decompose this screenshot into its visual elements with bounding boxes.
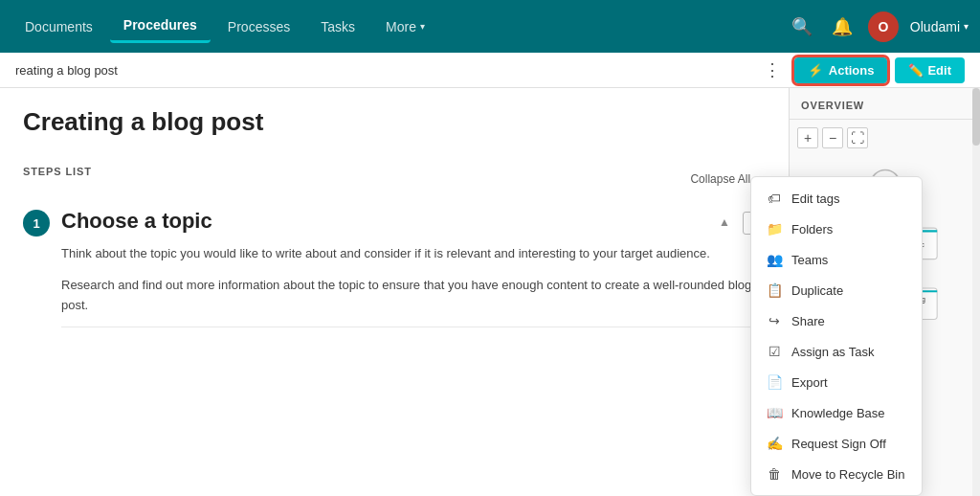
duplicate-icon: 📋 — [767, 282, 782, 298]
menu-item-move-recycle-bin[interactable]: 🗑 Move to Recycle Bin — [751, 459, 922, 489]
nav-item-processes[interactable]: Processes — [214, 11, 303, 42]
menu-item-knowledge-base[interactable]: 📖 Knowledge Base — [751, 397, 922, 428]
zoom-out-button[interactable]: − — [822, 127, 843, 148]
overview-header: OVERVIEW — [790, 88, 980, 120]
step-up-icon[interactable]: ▲ — [714, 212, 735, 233]
share-icon: ↪ — [767, 313, 782, 328]
top-navigation: Documents Procedures Processes Tasks Mor… — [0, 0, 980, 53]
actions-lightning-icon: ⚡ — [808, 63, 823, 78]
breadcrumb: reating a blog post — [15, 63, 118, 78]
nav-items: Documents Procedures Processes Tasks Mor… — [11, 10, 788, 43]
menu-item-request-sign-off[interactable]: ✍ Request Sign Off — [751, 428, 922, 459]
nav-item-tasks[interactable]: Tasks — [307, 11, 368, 42]
assign-icon: ☑ — [767, 344, 782, 359]
left-pane: Creating a blog post STEPS LIST Collapse… — [0, 88, 789, 496]
fit-screen-button[interactable]: ⛶ — [847, 127, 868, 148]
nav-right-section: 🔍 🔔 O Oludami ▾ — [788, 11, 969, 42]
menu-item-assign-task[interactable]: ☑ Assign as Task — [751, 336, 922, 367]
menu-item-export[interactable]: 📄 Export — [751, 367, 922, 397]
step-content: Choose a topic ▲ — [61, 208, 766, 235]
search-icon[interactable]: 🔍 — [788, 12, 816, 41]
main-content: Creating a blog post STEPS LIST Collapse… — [0, 88, 980, 496]
nav-item-documents[interactable]: Documents — [11, 11, 106, 42]
sub-bar-right: ⋮ ⚡ Actions ✏️ Edit — [758, 57, 965, 83]
menu-item-folders[interactable]: 📁 Folders — [751, 214, 922, 244]
steps-list-label: STEPS LIST — [23, 166, 92, 177]
bell-icon[interactable]: 🔔 — [828, 12, 857, 41]
more-caret-icon: ▾ — [420, 21, 425, 32]
menu-item-duplicate[interactable]: 📋 Duplicate — [751, 275, 922, 305]
teams-icon: 👥 — [767, 252, 782, 267]
overview-controls: + − ⛶ — [790, 120, 980, 156]
steps-list-header: STEPS LIST Collapse All ▲ — [23, 166, 766, 192]
export-icon: 📄 — [767, 374, 782, 390]
actions-button[interactable]: ⚡ Actions — [794, 57, 888, 83]
user-name[interactable]: Oludami ▾ — [910, 19, 969, 34]
step-desc-1b: Research and find out more information a… — [61, 276, 766, 316]
step-row: 1 Choose a topic ▲ — [23, 208, 766, 237]
edit-button[interactable]: ✏️ Edit — [895, 57, 965, 83]
tag-icon: 🏷 — [767, 191, 782, 206]
doc-title: Creating a blog post — [23, 107, 766, 137]
knowledge-icon: 📖 — [767, 405, 782, 420]
edit-icon: ✏️ — [908, 63, 924, 78]
zoom-in-button[interactable]: + — [797, 127, 818, 148]
menu-item-teams[interactable]: 👥 Teams — [751, 244, 922, 275]
actions-dropdown: 🏷 Edit tags 📁 Folders 👥 Teams 📋 Duplicat… — [750, 176, 923, 496]
menu-item-edit-tags[interactable]: 🏷 Edit tags — [751, 183, 922, 214]
step-title-1: Choose a topic — [61, 209, 714, 234]
more-options-icon[interactable]: ⋮ — [758, 59, 787, 80]
nav-item-procedures[interactable]: Procedures — [110, 10, 211, 43]
menu-item-share[interactable]: ↪ Share — [751, 305, 922, 336]
step-divider — [61, 327, 766, 327]
nav-item-more[interactable]: More ▾ — [372, 11, 438, 42]
step-desc-1a: Think about the topic you would like to … — [61, 244, 766, 264]
user-caret-icon: ▾ — [964, 21, 969, 32]
sub-bar: reating a blog post ⋮ ⚡ Actions ✏️ Edit — [0, 53, 980, 88]
signoff-icon: ✍ — [767, 436, 782, 451]
recycle-bin-icon: 🗑 — [767, 466, 782, 482]
scrollbar-thumb[interactable] — [972, 88, 980, 146]
avatar[interactable]: O — [868, 11, 899, 42]
step-number-1: 1 — [23, 210, 50, 237]
scrollbar[interactable] — [972, 88, 980, 496]
folder-icon: 📁 — [767, 221, 782, 237]
